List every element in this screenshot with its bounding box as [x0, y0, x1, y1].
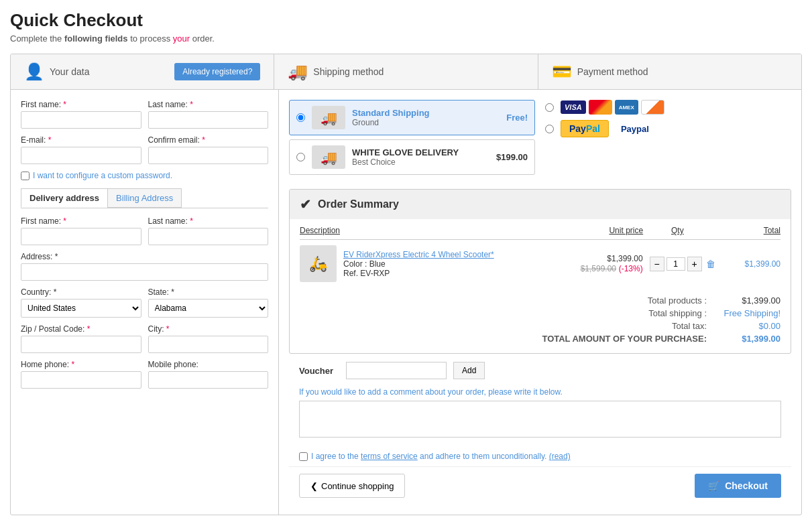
checkmark-icon: ✔ — [300, 196, 311, 212]
shipping-option-name-white-glove: WHITE GLOVE DELIVERY — [352, 147, 489, 157]
col-description: Description — [300, 226, 506, 235]
state-group: State: * Alabama — [148, 287, 269, 318]
address-tabs: Delivery address Billing Address — [21, 188, 268, 208]
city-group: City: * — [148, 324, 269, 353]
col-qty: Qty — [643, 226, 711, 235]
page-subtitle: Complete the following fields to process… — [10, 34, 802, 44]
already-registered-button[interactable]: Already registered? — [174, 63, 260, 80]
chevron-left-icon: ❮ — [310, 481, 318, 491]
confirm-email-input[interactable] — [148, 147, 269, 164]
item-total: $1,399.00 — [722, 259, 780, 269]
user-icon: 👤 — [24, 62, 44, 81]
last-name-input[interactable] — [148, 111, 269, 129]
shipping-option-white-glove[interactable]: 🚚 WHITE GLOVE DELIVERY Best Choice $199.… — [289, 139, 535, 175]
custom-password-label[interactable]: I want to configure a custom password. — [21, 171, 268, 180]
country-select[interactable]: United States — [21, 299, 141, 318]
terms-read-link[interactable]: (read) — [549, 452, 571, 461]
payment-option-cards[interactable]: VISA AMEX — [545, 100, 791, 115]
truck-icon: 🚚 — [288, 62, 308, 81]
address-input[interactable] — [21, 263, 268, 281]
continue-shopping-label: Continue shopping — [321, 481, 394, 491]
country-label: Country: * — [21, 287, 141, 297]
continue-shopping-button[interactable]: ❮ Continue shopping — [299, 474, 405, 498]
shipping-truck-icon-white-glove: 🚚 — [312, 145, 345, 169]
email-input[interactable] — [21, 147, 141, 164]
right-panel: 🚚 Standard Shipping Ground Free! 🚚 WHITE… — [279, 90, 801, 515]
custom-password-checkbox[interactable] — [21, 172, 30, 180]
shipping-white-glove-radio[interactable] — [296, 153, 305, 161]
home-phone-group: Home phone: * — [21, 360, 141, 389]
terms-text: I agree to the terms of service and adhe… — [311, 452, 571, 461]
comment-textarea[interactable] — [299, 401, 781, 438]
total-products-label: Total products : — [648, 295, 707, 306]
terms-link[interactable]: terms of service — [361, 452, 418, 461]
delivery-first-name-group: First name: * — [21, 216, 141, 245]
mobile-phone-label: Mobile phone: — [148, 360, 269, 369]
voucher-input[interactable] — [346, 362, 447, 379]
total-products-value: $1,399.00 — [720, 295, 780, 306]
payment-cards-radio[interactable] — [545, 103, 554, 112]
zip-input[interactable] — [21, 336, 141, 353]
discover-logo — [641, 100, 664, 115]
paypal-logo: PayPal — [561, 120, 609, 137]
payment-column: VISA AMEX PayPal Paypal — [545, 100, 791, 179]
shipping-truck-icon-standard: 🚚 — [312, 106, 345, 129]
voucher-add-button[interactable]: Add — [453, 362, 485, 379]
billing-address-tab[interactable]: Billing Address — [107, 188, 182, 208]
zip-group: Zip / Postal Code: * — [21, 324, 141, 353]
delete-item-button[interactable]: 🗑 — [706, 259, 715, 269]
page-title: Quick Checkout — [10, 10, 802, 31]
item-price-original: $1,599.00 — [581, 264, 616, 273]
qty-increase-button[interactable]: + — [687, 257, 702, 271]
city-input[interactable] — [148, 336, 269, 353]
item-name[interactable]: EV RiderXpress Electric 4 Wheel Scooter* — [343, 250, 519, 259]
custom-password-link[interactable]: I want to configure a custom password. — [33, 171, 172, 180]
qty-input[interactable] — [666, 257, 685, 271]
item-price-row: $1,599.00 (-13%) — [526, 263, 643, 273]
order-summary-title: Order Summary — [318, 198, 399, 210]
delivery-last-name-input[interactable] — [148, 228, 269, 245]
shipping-option-standard[interactable]: 🚚 Standard Shipping Ground Free! — [289, 100, 535, 135]
shipping-option-sub-standard: Ground — [352, 118, 500, 127]
payment-paypal-radio[interactable] — [545, 125, 554, 133]
item-ref: Ref. EV-RXP — [343, 269, 519, 278]
item-discount: (-13%) — [619, 264, 643, 273]
item-price-column: $1,399.00 $1,599.00 (-13%) — [526, 254, 643, 273]
state-select[interactable]: Alabama — [148, 299, 269, 318]
last-name-label: Last name: * — [148, 100, 269, 109]
item-qty-column: − + 🗑 — [650, 257, 715, 271]
left-panel: First name: * Last name: * E-mail: * — [11, 90, 279, 515]
checkout-container: 👤 Your data Already registered? 🚚 Shippi… — [10, 54, 802, 515]
checkout-label: Checkout — [725, 480, 768, 491]
shipping-standard-radio[interactable] — [296, 113, 305, 122]
delivery-address-tab[interactable]: Delivery address — [21, 188, 108, 208]
payment-option-paypal[interactable]: PayPal Paypal — [545, 120, 791, 137]
voucher-label: Voucher — [299, 366, 339, 376]
confirm-email-label: Confirm email: * — [148, 135, 269, 145]
content-area: First name: * Last name: * E-mail: * — [11, 90, 801, 515]
payment-cards-logos: VISA AMEX — [561, 100, 664, 115]
qty-decrease-button[interactable]: − — [650, 257, 664, 271]
delivery-last-name-group: Last name: * — [148, 216, 269, 245]
total-grand-row: TOTAL AMOUNT OF YOUR PURCHASE: $1,399.00 — [300, 334, 780, 344]
comment-section: If you would like to add a comment about… — [289, 387, 791, 446]
delivery-first-name-input[interactable] — [21, 228, 141, 245]
email-row: E-mail: * Confirm email: * — [21, 135, 268, 164]
first-name-input[interactable] — [21, 111, 141, 129]
col-unit-price: Unit price — [506, 226, 643, 235]
checkout-button[interactable]: 🛒 Checkout — [695, 474, 781, 498]
country-group: Country: * United States — [21, 287, 141, 318]
shipping-option-info-standard: Standard Shipping Ground — [352, 108, 500, 127]
total-grand-label: TOTAL AMOUNT OF YOUR PURCHASE: — [542, 334, 707, 344]
home-phone-input[interactable] — [21, 371, 141, 389]
confirm-email-group: Confirm email: * — [148, 135, 269, 164]
name-row: First name: * Last name: * — [21, 100, 268, 129]
item-price-current: $1,399.00 — [526, 254, 643, 263]
comment-label: If you would like to add a comment about… — [299, 387, 781, 397]
credit-card-icon: 💳 — [552, 62, 572, 81]
terms-checkbox[interactable] — [299, 452, 308, 461]
step-payment: 💳 Payment method — [538, 54, 801, 89]
mobile-phone-input[interactable] — [148, 371, 269, 389]
total-tax-value: $0.00 — [720, 321, 780, 331]
last-name-group: Last name: * — [148, 100, 269, 129]
